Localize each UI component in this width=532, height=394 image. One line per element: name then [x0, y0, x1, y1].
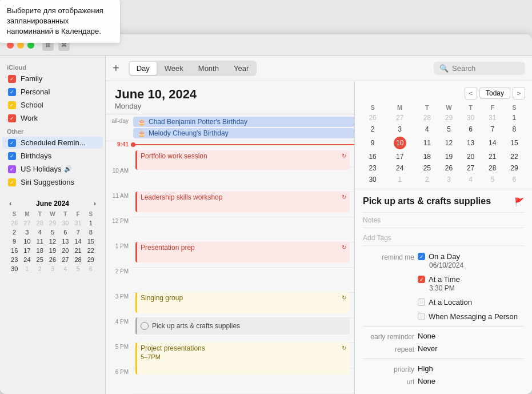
current-time-label: 9:41	[106, 141, 133, 148]
us-holidays-checkbox: ✓	[8, 165, 16, 173]
flag-icon: 🚩	[514, 197, 524, 206]
event-presentation[interactable]: Presentation prep ↻	[135, 242, 350, 262]
mini-cal-next[interactable]: ›	[94, 199, 96, 208]
right-mini-calendar: < Today > SMTWTFS	[355, 81, 532, 189]
notes-field[interactable]: Notes	[363, 215, 524, 225]
scheduled-reminders-checkbox: ✓	[8, 139, 16, 147]
allday-event-birthday1[interactable]: 🎂 Chad Benjamin Potter's Birthday	[133, 117, 354, 127]
early-reminder-field: early reminder None	[363, 330, 524, 343]
time-label-11am: 11 AM	[106, 192, 133, 217]
when-messaging-spacer	[363, 312, 414, 313]
on-a-day-checkbox[interactable]: ✓	[418, 253, 425, 260]
sidebar-item-school[interactable]: ✓ School	[2, 99, 103, 111]
right-cal-grid: SMTWTFS 2627282930311 2345678	[362, 103, 525, 185]
birthday-icon2: 🎂	[138, 130, 146, 137]
on-a-day-date: 06/10/2024	[429, 261, 524, 269]
sidebar-item-family[interactable]: ✓ Family	[2, 73, 103, 85]
sidebar-item-siri-suggestions[interactable]: ✓ Siri Suggestions	[2, 176, 103, 188]
tab-year[interactable]: Year	[227, 62, 255, 75]
at-a-time-label: At a Time	[429, 275, 460, 284]
allday-event-title: Chad Benjamin Potter's Birthday	[149, 118, 247, 126]
event-subtitle: 5–7PM	[141, 353, 346, 360]
right-cal-next[interactable]: >	[513, 87, 525, 100]
event-title: Project presentations	[141, 344, 205, 352]
when-messaging-checkbox[interactable]	[418, 313, 425, 320]
sidebar-item-birthdays[interactable]: ✓ Birthdays	[2, 150, 103, 162]
tab-day[interactable]: Day	[130, 62, 157, 75]
repeat-field: repeat Never	[363, 343, 524, 355]
mini-cal-month-year: June 2024	[36, 200, 69, 208]
birthdays-checkbox: ✓	[8, 152, 16, 160]
sidebar-item-scheduled-reminders[interactable]: ✓ Scheduled Remin...	[2, 137, 103, 149]
time-label-4pm: 4 PM	[106, 317, 133, 343]
main-window: ⊞ ⌘ iCloud ✓ Family ✓ Personal ✓	[0, 34, 532, 394]
event-project[interactable]: Project presentations ↻ 5–7PM	[135, 343, 350, 375]
repeat-icon: ↻	[342, 153, 346, 159]
tags-field[interactable]: Add Tags	[363, 233, 524, 243]
event-singing[interactable]: Singing group ↻	[135, 292, 350, 313]
on-a-day-label: On a Day	[429, 252, 460, 261]
event-portfolio[interactable]: Portfolio work session ↻	[135, 150, 350, 170]
at-a-time-value: 3:30 PM	[429, 284, 524, 292]
school-checkbox: ✓	[8, 101, 16, 109]
day-view: June 10, 2024 Monday all-day 🎂 Chad Benj…	[106, 81, 355, 394]
repeat-icon: ↻	[342, 345, 346, 351]
today-indicator: 10	[394, 137, 406, 149]
allday-label: all-day	[106, 117, 133, 138]
tab-month[interactable]: Month	[191, 62, 226, 75]
url-field: url None	[363, 375, 524, 388]
repeat-icon: ↻	[342, 244, 346, 250]
sidebar-item-label: Family	[21, 74, 42, 83]
sidebar-item-label: School	[21, 101, 43, 109]
tooltip-text: Выберите для отображения запланированных…	[7, 6, 103, 35]
birthday-icon: 🎂	[138, 118, 146, 126]
repeat-icon: ↻	[342, 294, 346, 301]
reminder-title: Pick up arts & crafts supplies	[363, 196, 491, 206]
search-input[interactable]	[452, 64, 519, 73]
repeat-icon: ↻	[342, 194, 346, 200]
event-leadership[interactable]: Leadership skills workshop ↻	[135, 192, 350, 212]
priority-label: priority	[363, 364, 414, 373]
time-label-2pm: 2 PM	[106, 267, 133, 292]
right-cal-prev[interactable]: <	[465, 87, 477, 100]
event-title: Pick up arts & crafts supplies	[152, 322, 240, 330]
family-checkbox: ✓	[8, 75, 16, 83]
at-a-time-checkbox[interactable]: ✓	[418, 276, 425, 283]
priority-value: High	[418, 364, 524, 373]
siri-suggestions-checkbox: ✓	[8, 178, 16, 186]
allday-event-birthday2[interactable]: 🎂 Melody Cheung's Birthday	[133, 128, 354, 138]
at-location-spacer	[363, 298, 414, 299]
remind-me-label: remind me	[363, 252, 414, 261]
early-reminder-label: early reminder	[363, 332, 414, 341]
sidebar-item-us-holidays[interactable]: ✓ US Holidays 🔊	[2, 163, 103, 175]
time-label-5pm: 5 PM	[106, 343, 133, 368]
tab-week[interactable]: Week	[158, 62, 190, 75]
allday-event-title: Melody Cheung's Birthday	[149, 129, 229, 137]
time-label-1pm: 1 PM	[106, 242, 133, 267]
day-view-container: June 10, 2024 Monday all-day 🎂 Chad Benj…	[106, 81, 532, 394]
work-checkbox: ✓	[8, 114, 16, 122]
sidebar-item-work[interactable]: ✓ Work	[2, 112, 103, 124]
event-title: Presentation prep	[141, 244, 195, 252]
add-event-button[interactable]: +	[113, 62, 119, 75]
sidebar: iCloud ✓ Family ✓ Personal ✓ School	[0, 56, 106, 394]
priority-field: priority High	[363, 363, 524, 375]
right-panel: < Today > SMTWTFS	[355, 81, 532, 394]
search-box[interactable]: 🔍	[434, 62, 525, 75]
mini-calendar: ‹ June 2024 › SMTWTFS 2627282930311	[5, 196, 101, 277]
when-messaging-label: When Messaging a Person	[429, 312, 518, 321]
day-name: Monday	[115, 102, 345, 110]
day-header: June 10, 2024 Monday	[106, 81, 354, 114]
current-time-dot	[131, 142, 135, 147]
right-cal-today[interactable]: Today	[479, 87, 510, 99]
at-location-checkbox[interactable]	[418, 299, 425, 306]
mini-cal-prev[interactable]: ‹	[9, 199, 11, 208]
reminder-circle-icon	[141, 322, 149, 330]
day-date: June 10, 2024	[115, 87, 345, 102]
event-pickup[interactable]: Pick up arts & crafts supplies	[135, 317, 350, 335]
repeat-value: Never	[418, 344, 524, 353]
sidebar-item-personal[interactable]: ✓ Personal	[2, 86, 103, 98]
early-reminder-value: None	[418, 332, 524, 340]
view-tabs: Day Week Month Year	[129, 61, 257, 76]
sidebar-item-label: Scheduled Remin...	[21, 138, 85, 147]
